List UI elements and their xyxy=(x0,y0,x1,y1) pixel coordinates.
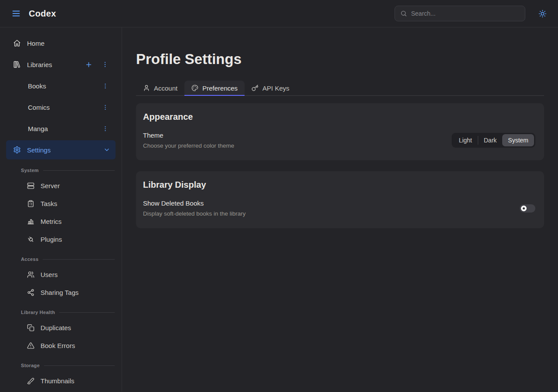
section-divider xyxy=(44,365,115,366)
tabbar: Account Preferences API Keys xyxy=(136,81,544,96)
sidebar-item-label: Tasks xyxy=(41,200,57,207)
books-menu-button[interactable] xyxy=(100,81,110,91)
search-box[interactable] xyxy=(395,6,525,21)
tab-api-keys[interactable]: API Keys xyxy=(245,81,296,95)
tab-label: Account xyxy=(154,84,177,92)
library-icon xyxy=(13,61,21,68)
comics-menu-button[interactable] xyxy=(100,102,110,112)
menu-button[interactable] xyxy=(10,7,23,20)
app-title: Codex xyxy=(29,9,56,19)
sidebar-item-metrics[interactable]: Metrics xyxy=(6,213,116,230)
tab-label: API Keys xyxy=(262,84,289,92)
sidebar-item-label: Home xyxy=(27,40,44,47)
sidebar-item-settings[interactable]: Settings xyxy=(6,140,116,159)
ellipsis-vertical-icon xyxy=(102,125,109,132)
search-icon xyxy=(400,10,407,17)
plus-icon xyxy=(85,61,92,68)
brush-icon xyxy=(27,377,34,385)
sidebar-item-label: Book Errors xyxy=(41,342,75,349)
theme-toggle-button[interactable] xyxy=(537,8,548,20)
section-header-system: System xyxy=(6,164,116,177)
sidebar-item-label: Server xyxy=(41,182,60,189)
section-header-storage: Storage xyxy=(6,359,116,372)
setting-description: Display soft-deleted books in the librar… xyxy=(143,210,246,217)
sidebar-item-home[interactable]: Home xyxy=(6,34,116,53)
theme-segmented-control: Light Dark System xyxy=(452,133,535,148)
sidebar-item-duplicates[interactable]: Duplicates xyxy=(6,319,116,337)
sidebar-item-sharing-tags[interactable]: Sharing Tags xyxy=(6,284,116,301)
sidebar-item-comics[interactable]: Comics xyxy=(6,98,116,117)
setting-label: Show Deleted Books xyxy=(143,199,246,207)
section-title: Access xyxy=(21,257,38,262)
theme-setting-row: Theme Choose your preferred color theme … xyxy=(143,132,535,149)
sidebar-item-label: Comics xyxy=(28,104,50,111)
main-content: Profile Settings Account Preferences API… xyxy=(122,27,558,392)
tab-account[interactable]: Account xyxy=(136,81,184,95)
clipboard-icon xyxy=(27,200,34,207)
sidebar-item-plugins[interactable]: Plugins xyxy=(6,230,116,248)
server-icon xyxy=(27,182,34,189)
manga-menu-button[interactable] xyxy=(100,123,110,134)
sidebar-item-server[interactable]: Server xyxy=(6,177,116,195)
menu-icon xyxy=(11,9,21,18)
gear-icon xyxy=(13,146,21,154)
sidebar-item-label: Libraries xyxy=(27,61,52,68)
top-bar: Codex xyxy=(0,0,558,27)
sidebar-item-label: Users xyxy=(41,271,58,278)
show-deleted-books-row: Show Deleted Books Display soft-deleted … xyxy=(143,199,535,217)
theme-option-light[interactable]: Light xyxy=(453,134,477,146)
add-library-button[interactable] xyxy=(83,59,94,70)
sidebar-item-books[interactable]: Books xyxy=(6,76,116,95)
sidebar-item-thumbnails[interactable]: Thumbnails xyxy=(6,372,116,390)
sidebar-item-label: Thumbnails xyxy=(41,377,75,385)
theme-option-dark[interactable]: Dark xyxy=(478,134,503,146)
ellipsis-vertical-icon xyxy=(102,61,109,68)
card-title: Appearance xyxy=(143,112,535,122)
sidebar-item-label: Plugins xyxy=(41,236,62,243)
appearance-card: Appearance Theme Choose your preferred c… xyxy=(136,103,544,160)
alert-triangle-icon xyxy=(27,342,34,349)
section-title: System xyxy=(21,168,39,173)
toggle-knob xyxy=(521,206,527,211)
sun-icon xyxy=(538,10,547,18)
home-icon xyxy=(13,39,21,47)
users-icon xyxy=(27,271,34,278)
section-title: Library Health xyxy=(21,310,55,315)
sidebar-item-label: Settings xyxy=(27,146,51,154)
sidebar-item-page-cache[interactable]: Page Cache xyxy=(6,390,116,392)
sidebar-item-libraries[interactable]: Libraries xyxy=(6,55,116,74)
key-icon xyxy=(252,84,259,91)
search-input[interactable] xyxy=(411,10,520,17)
section-divider xyxy=(43,259,115,260)
sidebar-item-label: Sharing Tags xyxy=(41,289,78,296)
sidebar-item-book-errors[interactable]: Book Errors xyxy=(6,337,116,355)
tab-label: Preferences xyxy=(202,84,238,92)
share-icon xyxy=(27,289,34,296)
tab-preferences[interactable]: Preferences xyxy=(184,81,245,95)
plug-icon xyxy=(27,236,34,243)
library-display-card: Library Display Show Deleted Books Displ… xyxy=(136,171,544,228)
setting-label: Theme xyxy=(143,132,234,139)
palette-icon xyxy=(191,84,198,91)
theme-option-system[interactable]: System xyxy=(502,134,534,146)
chevron-down-icon xyxy=(103,146,110,153)
sidebar-item-manga[interactable]: Manga xyxy=(6,119,116,138)
user-icon xyxy=(143,84,150,91)
sidebar-item-label: Metrics xyxy=(41,218,61,225)
sidebar: Home Libraries Books xyxy=(0,27,122,392)
card-title: Library Display xyxy=(143,180,535,190)
sidebar-item-tasks[interactable]: Tasks xyxy=(6,195,116,213)
libraries-menu-button[interactable] xyxy=(100,59,110,70)
bar-chart-icon xyxy=(27,218,34,225)
show-deleted-books-toggle[interactable] xyxy=(520,204,535,213)
sidebar-item-label: Manga xyxy=(28,125,48,132)
sidebar-item-label: Duplicates xyxy=(41,324,71,331)
setting-description: Choose your preferred color theme xyxy=(143,142,234,149)
sidebar-item-users[interactable]: Users xyxy=(6,266,116,284)
sidebar-item-label: Books xyxy=(28,82,46,90)
section-header-access: Access xyxy=(6,253,116,266)
section-title: Storage xyxy=(21,363,40,368)
page-title: Profile Settings xyxy=(136,51,544,68)
section-divider xyxy=(59,312,115,313)
section-header-library-health: Library Health xyxy=(6,306,116,319)
